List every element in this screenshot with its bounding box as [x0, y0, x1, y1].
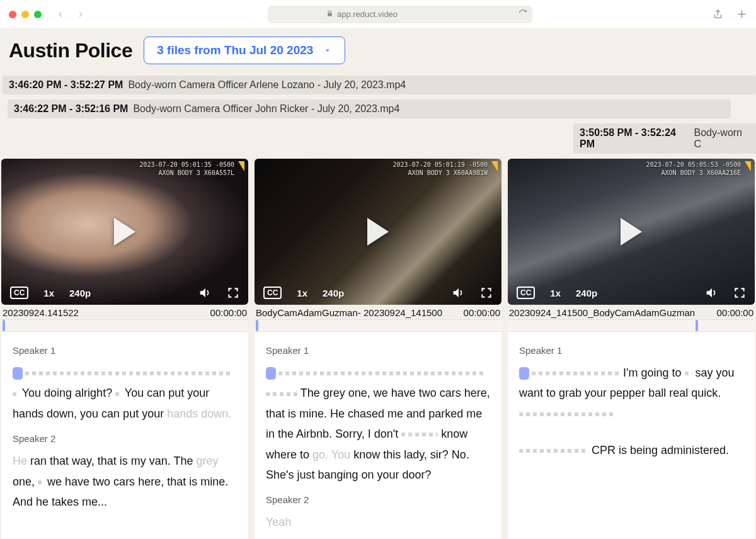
video-meta: 20230924_141500_BodyCamAdamGuzman 00:00:…	[508, 305, 755, 319]
refresh-icon[interactable]	[518, 9, 527, 20]
playhead-marker[interactable]	[3, 320, 5, 331]
video-controls: CC 1x 240p	[1, 286, 248, 300]
video-timestamp-overlay: 2023-07-20 05:01:35 -0500 AXON BODY 3 X6…	[139, 161, 234, 177]
file-name: Body-worn C	[694, 127, 750, 150]
captions-button[interactable]: CC	[517, 287, 535, 299]
speaker-label: Speaker 2	[13, 430, 237, 447]
file-bar[interactable]: 3:50:58 PM - 3:52:24 PM Body-worn C	[573, 123, 756, 154]
video-filename: BodyCamAdamGuzman- 20230924_141500	[256, 307, 442, 318]
playback-speed-button[interactable]: 1x	[297, 288, 307, 298]
video-timestamp-overlay: 2023-07-20 05:05:53 -0500 AXON BODY 3 X6…	[646, 161, 741, 177]
file-bar[interactable]: 3:46:22 PM - 3:52:16 PM Body-worn Camera…	[8, 99, 731, 118]
fullscreen-icon[interactable]	[227, 287, 239, 299]
playback-speed-button[interactable]: 1x	[550, 288, 561, 298]
volume-icon[interactable]	[451, 286, 465, 300]
playback-speed-button[interactable]: 1x	[43, 288, 54, 298]
file-bar[interactable]: 3:46:20 PM - 3:52:27 PM Body-worn Camera…	[3, 76, 756, 94]
timeline-ruler[interactable]	[1, 319, 248, 332]
video-player[interactable]: 2023-07-20 05:05:53 -0500 AXON BODY 3 X6…	[508, 159, 755, 305]
video-controls: CC 1x 240p	[255, 286, 501, 300]
maximize-window-button[interactable]	[34, 11, 42, 18]
play-icon[interactable]	[114, 218, 135, 246]
video-player[interactable]: 2023-07-20 05:01:19 -0500 AXON BODY 3 X6…	[255, 159, 501, 305]
video-panel: 2023-07-20 05:01:35 -0500 AXON BODY 3 X6…	[1, 159, 248, 539]
share-icon[interactable]	[712, 9, 723, 20]
axon-badge-icon	[238, 161, 244, 171]
transcript-line[interactable]: Yeah	[266, 512, 490, 532]
fullscreen-icon[interactable]	[733, 287, 746, 299]
volume-icon[interactable]	[704, 286, 718, 300]
transcript-line[interactable]: CPR is being administered.	[519, 440, 743, 460]
url-text: app.reduct.video	[337, 9, 398, 19]
quality-button[interactable]: 240p	[69, 288, 91, 298]
minimize-window-button[interactable]	[21, 11, 29, 18]
file-time-range: 3:46:22 PM - 3:52:16 PM	[14, 103, 128, 115]
transcript-line[interactable]	[266, 363, 490, 383]
fullscreen-icon[interactable]	[480, 287, 493, 299]
transcript[interactable]: Speaker 1 You doing alright? You can put…	[1, 332, 248, 539]
timeline-ruler[interactable]	[255, 319, 501, 332]
file-select-dropdown[interactable]: 3 files from Thu Jul 20 2023	[144, 37, 345, 64]
file-time-range: 3:46:20 PM - 3:52:27 PM	[9, 79, 123, 91]
transcript-line[interactable]	[13, 363, 237, 383]
forward-button[interactable]	[73, 7, 88, 22]
playhead-marker[interactable]	[256, 320, 258, 331]
quality-button[interactable]: 240p	[576, 288, 597, 298]
speaker-label: Speaker 1	[519, 342, 743, 359]
back-button[interactable]	[53, 7, 68, 22]
transcript-marker-icon[interactable]	[519, 367, 529, 380]
speaker-label: Speaker 2	[266, 491, 490, 508]
speaker-label: Speaker 1	[266, 342, 490, 359]
transcript-line[interactable]: He ran that way, that is my van. The gre…	[13, 451, 237, 512]
video-meta: BodyCamAdamGuzman- 20230924_141500 00:00…	[255, 305, 501, 319]
video-timecode: 00:00:00	[717, 307, 753, 318]
transcript-marker-icon[interactable]	[13, 367, 23, 380]
page-title: Austin Police	[9, 39, 132, 62]
transcript-line[interactable]: The grey one, we have two cars here, tha…	[266, 383, 490, 485]
video-timestamp-overlay: 2023-07-20 05:01:19 -0500 AXON BODY 3 X6…	[392, 161, 488, 177]
video-panel: 2023-07-20 05:01:19 -0500 AXON BODY 3 X6…	[255, 159, 501, 539]
address-bar[interactable]: app.reduct.video	[268, 6, 532, 23]
close-window-button[interactable]	[9, 11, 16, 18]
window-controls	[9, 11, 42, 18]
new-tab-icon[interactable]	[736, 9, 747, 20]
video-filename: 20230924_141500_BodyCamAdamGuzman	[509, 307, 695, 318]
chevron-down-icon	[323, 46, 332, 55]
video-filename: 20230924.141522	[3, 307, 79, 318]
transcript-line[interactable]: You doing alright? You can put your hand…	[13, 383, 237, 424]
video-meta: 20230924.141522 00:00:00	[1, 305, 248, 319]
file-name: Body-worn Camera Officer John Ricker - J…	[133, 103, 399, 115]
volume-icon[interactable]	[198, 286, 212, 300]
file-select-label: 3 files from Thu Jul 20 2023	[157, 43, 313, 57]
timeline-ruler[interactable]	[508, 319, 755, 332]
file-time-range: 3:50:58 PM - 3:52:24 PM	[580, 127, 689, 150]
axon-badge-icon	[491, 161, 498, 171]
video-timecode: 00:00:00	[464, 307, 500, 318]
video-panel: 2023-07-20 05:05:53 -0500 AXON BODY 3 X6…	[508, 159, 755, 539]
quality-button[interactable]: 240p	[323, 288, 344, 298]
captions-button[interactable]: CC	[263, 287, 282, 299]
video-player[interactable]: 2023-07-20 05:01:35 -0500 AXON BODY 3 X6…	[1, 159, 248, 305]
file-timeline: 3:46:20 PM - 3:52:27 PM Body-worn Camera…	[0, 72, 756, 159]
app-header: Austin Police 3 files from Thu Jul 20 20…	[0, 29, 756, 72]
video-controls: CC 1x 240p	[508, 286, 755, 300]
captions-button[interactable]: CC	[10, 287, 28, 299]
speaker-label: Speaker 1	[13, 342, 237, 359]
play-icon[interactable]	[621, 218, 642, 246]
transcript[interactable]: Speaker 1 The grey one, we have two cars…	[255, 332, 501, 539]
file-name: Body-worn Camera Officer Arlene Lozano -…	[128, 79, 406, 91]
browser-toolbar: app.reduct.video	[0, 0, 756, 29]
play-icon[interactable]	[367, 218, 389, 246]
axon-badge-icon	[745, 161, 751, 171]
lock-icon	[326, 10, 333, 18]
video-panels: 2023-07-20 05:01:35 -0500 AXON BODY 3 X6…	[0, 159, 756, 539]
playhead-marker[interactable]	[696, 320, 698, 331]
transcript[interactable]: Speaker 1 I'm going to say you want to g…	[508, 332, 755, 539]
video-timecode: 00:00:00	[210, 307, 247, 318]
transcript-line[interactable]: I'm going to say you want to grab your p…	[519, 363, 743, 424]
transcript-marker-icon[interactable]	[266, 367, 276, 380]
